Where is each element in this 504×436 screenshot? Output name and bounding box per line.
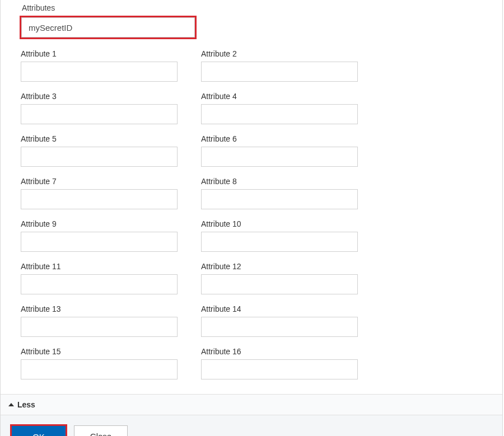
- attribute-field: Attribute 1: [21, 49, 178, 82]
- attribute-field: Attribute 10: [201, 219, 358, 252]
- attribute-input[interactable]: [21, 232, 178, 252]
- attribute-input[interactable]: [201, 62, 358, 82]
- attribute-label: Attribute 5: [21, 134, 178, 143]
- attribute-label: Attribute 6: [201, 134, 358, 143]
- attribute-field: Attribute 9: [21, 219, 178, 252]
- attribute-field: Attribute 3: [21, 92, 178, 124]
- caret-up-icon: [8, 403, 14, 406]
- attribute-input[interactable]: [21, 359, 178, 379]
- ok-button-highlight: OK: [10, 424, 67, 436]
- attribute-input[interactable]: [21, 62, 178, 82]
- attribute-label: Attribute 16: [201, 347, 358, 356]
- attribute-field: Attribute 14: [201, 304, 358, 337]
- attribute-label: Attribute 14: [201, 304, 358, 313]
- attribute-field: Attribute 12: [201, 262, 358, 294]
- collapse-toggle-label: Less: [17, 400, 35, 409]
- attribute-label: Attribute 15: [21, 347, 178, 356]
- section-title: Attributes: [22, 3, 482, 12]
- collapse-toggle[interactable]: Less: [1, 394, 502, 415]
- attribute-input[interactable]: [201, 147, 358, 167]
- attribute-input[interactable]: [21, 189, 178, 209]
- attribute-label: Attribute 8: [201, 177, 358, 186]
- attributes-grid: Attribute 1Attribute 2Attribute 3Attribu…: [21, 49, 482, 379]
- attribute-input[interactable]: [21, 104, 178, 124]
- attribute-field: Attribute 5: [21, 134, 178, 167]
- attribute-field: Attribute 16: [201, 347, 358, 379]
- ok-button[interactable]: OK: [12, 426, 66, 436]
- attribute-input[interactable]: [21, 274, 178, 294]
- attribute-label: Attribute 11: [21, 262, 178, 271]
- attribute-input[interactable]: [201, 104, 358, 124]
- attribute-label: Attribute 7: [21, 177, 178, 186]
- main-attribute-highlight: [20, 16, 197, 39]
- attribute-label: Attribute 12: [201, 262, 358, 271]
- attributes-panel: Attributes Attribute 1Attribute 2Attribu…: [0, 0, 503, 436]
- attribute-field: Attribute 8: [201, 177, 358, 209]
- attribute-input[interactable]: [201, 317, 358, 337]
- attribute-input[interactable]: [21, 147, 178, 167]
- attribute-input[interactable]: [201, 189, 358, 209]
- attribute-label: Attribute 10: [201, 219, 358, 228]
- attribute-label: Attribute 1: [21, 49, 178, 58]
- attribute-label: Attribute 3: [21, 92, 178, 101]
- attributes-main-input[interactable]: [21, 17, 195, 37]
- attribute-label: Attribute 2: [201, 49, 358, 58]
- attribute-label: Attribute 9: [21, 219, 178, 228]
- attribute-field: Attribute 4: [201, 92, 358, 124]
- attribute-label: Attribute 4: [201, 92, 358, 101]
- attribute-input[interactable]: [201, 232, 358, 252]
- attribute-input[interactable]: [201, 274, 358, 294]
- attribute-input[interactable]: [21, 317, 178, 337]
- panel-content: Attributes Attribute 1Attribute 2Attribu…: [1, 0, 502, 391]
- attribute-field: Attribute 6: [201, 134, 358, 167]
- attribute-field: Attribute 7: [21, 177, 178, 209]
- close-button[interactable]: Close: [74, 425, 128, 436]
- attribute-input[interactable]: [201, 359, 358, 379]
- attribute-field: Attribute 2: [201, 49, 358, 82]
- dialog-footer: OK Close: [1, 415, 502, 436]
- attribute-field: Attribute 11: [21, 262, 178, 294]
- attribute-field: Attribute 13: [21, 304, 178, 337]
- attribute-field: Attribute 15: [21, 347, 178, 379]
- attribute-label: Attribute 13: [21, 304, 178, 313]
